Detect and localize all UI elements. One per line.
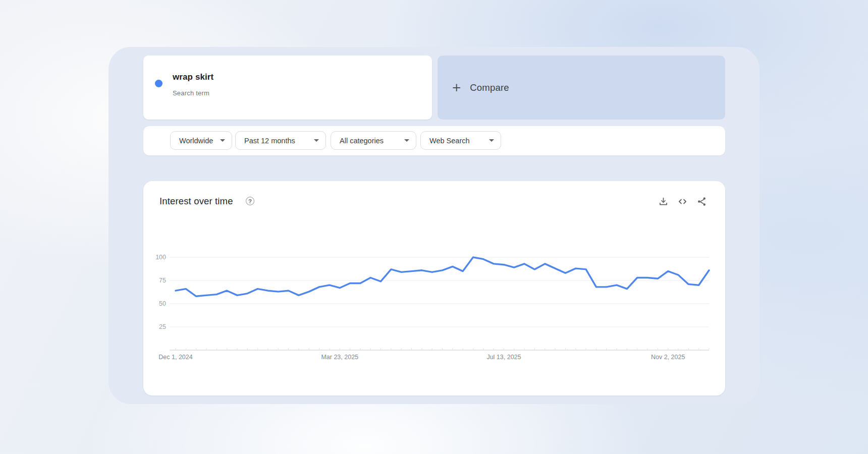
filter-time-range-dropdown[interactable]: Past 12 months (235, 131, 326, 150)
filter-location-label: Worldwide (179, 137, 213, 145)
filter-location-dropdown[interactable]: Worldwide (170, 131, 232, 150)
filter-time-range-label: Past 12 months (244, 137, 295, 145)
filter-search-type-label: Web Search (429, 137, 470, 145)
trend-line[interactable] (176, 257, 709, 296)
trends-explore-panel: wrap skirt Search term + Compare Worldwi… (108, 47, 760, 404)
chevron-down-icon (489, 139, 494, 142)
plus-icon: + (452, 82, 461, 93)
interest-over-time-card: Interest over time ? (143, 181, 725, 395)
y-axis-tick-label: 75 (159, 277, 166, 284)
chevron-down-icon (404, 139, 409, 142)
page-background: wrap skirt Search term + Compare Worldwi… (0, 0, 868, 454)
x-axis-tick-label: Dec 1, 2024 (158, 354, 192, 361)
search-term-card[interactable]: wrap skirt Search term (143, 55, 432, 120)
search-term-type-label: Search term (173, 89, 209, 97)
x-axis-tick-label: Jul 13, 2025 (486, 354, 521, 361)
x-axis-tick-label: Mar 23, 2025 (321, 354, 358, 361)
search-term-text: wrap skirt (173, 72, 213, 82)
interest-over-time-chart[interactable]: 255075100Dec 1, 2024Mar 23, 2025Jul 13, … (143, 181, 725, 395)
y-axis-tick-label: 50 (159, 300, 166, 307)
chevron-down-icon (220, 139, 225, 142)
compare-label: Compare (470, 82, 509, 93)
term-color-dot-icon (155, 80, 162, 87)
y-axis-tick-label: 100 (155, 254, 166, 261)
filter-category-dropdown[interactable]: All categories (331, 131, 416, 150)
x-axis-tick-label: Nov 2, 2025 (651, 354, 685, 361)
y-axis-tick-label: 25 (159, 323, 166, 330)
chevron-down-icon (314, 139, 319, 142)
filter-bar: Worldwide Past 12 months All categories … (143, 126, 725, 155)
add-comparison-button[interactable]: + Compare (438, 55, 725, 120)
filter-category-label: All categories (340, 137, 384, 145)
filter-search-type-dropdown[interactable]: Web Search (420, 131, 501, 150)
